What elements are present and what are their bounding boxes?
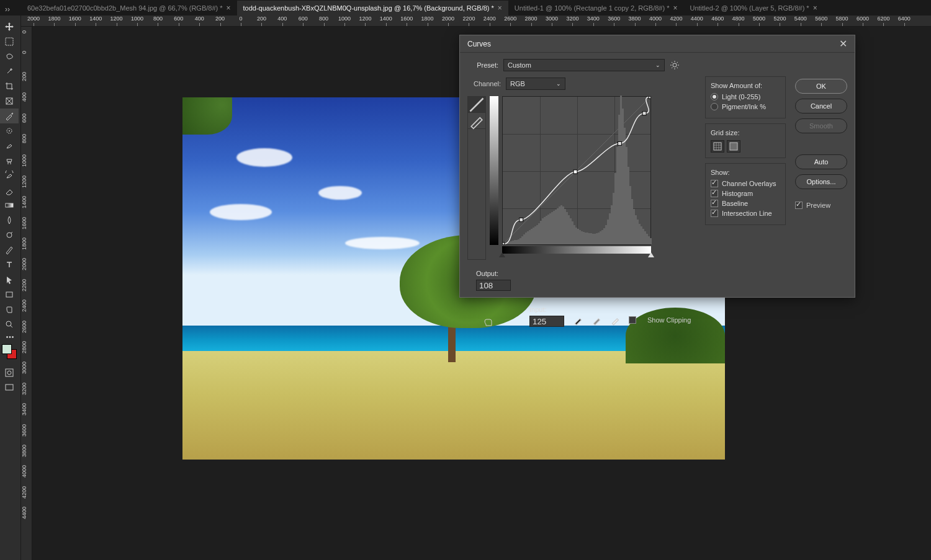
toolbox: ••• [0,16,21,560]
svg-rect-0 [6,38,13,45]
curve-pencil-tool[interactable] [468,113,485,129]
white-eyedropper-icon[interactable] [610,314,621,326]
pigment-radio[interactable] [711,103,718,110]
rect-marquee-tool[interactable] [0,34,19,49]
output-field[interactable] [476,280,511,291]
path-select-tool[interactable] [0,272,19,287]
document-tab[interactable]: 60e32befa01e02700c0bbd2b_Mesh 94.jpg @ 6… [21,1,237,16]
light-radio[interactable] [711,93,718,100]
show-clipping-checkbox[interactable] [629,316,636,324]
input-gradient [502,246,651,254]
ok-button[interactable]: OK [795,79,847,94]
input-label: Input: [529,306,547,313]
gray-eyedropper-icon[interactable] [591,314,603,326]
brush-tool[interactable] [0,138,19,153]
edit-toolbar-icon[interactable]: ••• [2,334,19,340]
input-field[interactable] [529,316,564,327]
show-label: Show: [711,169,780,176]
gear-icon[interactable] [670,60,680,70]
blur-tool[interactable] [0,213,19,228]
channel-dropdown[interactable]: RGB⌄ [506,78,565,90]
dialog-titlebar[interactable]: Curves ✕ [460,35,855,53]
svg-rect-13 [503,242,505,244]
show-option-checkbox[interactable] [711,200,718,207]
svg-rect-18 [649,97,650,99]
rectangle-tool[interactable] [0,287,19,302]
black-eyedropper-icon[interactable] [573,314,584,326]
svg-point-5 [7,233,12,238]
gradient-tool[interactable] [0,198,19,213]
close-icon[interactable]: × [227,4,231,12]
svg-rect-19 [714,143,721,150]
document-tab[interactable]: todd-quackenbush-XBxQZLNBM0Q-unsplash.jp… [237,1,508,16]
dialog-title: Curves [467,40,491,48]
auto-button[interactable]: Auto [795,154,847,169]
type-tool[interactable] [0,257,19,272]
preset-label: Preset: [467,61,498,69]
close-icon[interactable]: × [813,4,817,12]
document-tab[interactable]: Untitled-1 @ 100% (Rectangle 1 copy 2, R… [508,1,684,16]
output-label: Output: [476,270,498,277]
smooth-button[interactable]: Smooth [795,118,847,133]
svg-point-7 [6,321,11,326]
horizontal-ruler: 2000180016001400120010008006004002000200… [21,16,931,27]
scrubby-slider-icon[interactable] [482,317,495,329]
dodge-tool[interactable] [0,228,19,242]
svg-rect-15 [573,170,577,174]
white-point-slider[interactable] [648,252,654,257]
svg-rect-16 [618,141,621,145]
output-gradient [490,96,498,245]
eraser-tool[interactable] [0,183,19,198]
document-tab[interactable]: Untitled-2 @ 100% (Layer 5, RGB/8#) *× [684,1,824,16]
black-point-slider[interactable] [499,252,505,257]
grid-size-label: Grid size: [711,129,780,136]
options-button[interactable]: Options... [795,174,847,189]
svg-point-9 [7,371,11,375]
preview-checkbox[interactable] [795,202,803,209]
color-swatches[interactable] [2,344,19,362]
crop-tool[interactable] [0,79,19,94]
cancel-button[interactable]: Cancel [795,99,847,113]
pen-tool[interactable] [0,242,19,257]
show-clipping-label: Show Clipping [647,316,691,324]
svg-rect-17 [642,112,646,115]
show-option-checkbox[interactable] [711,190,718,197]
expand-panels-icon[interactable]: ›› [5,5,10,14]
curve-point-tool[interactable] [468,97,485,113]
magic-wand-tool[interactable] [0,64,19,79]
quick-mask-icon[interactable] [0,365,19,380]
preset-dropdown[interactable]: Custom⌄ [503,59,665,71]
move-tool[interactable] [0,19,19,34]
close-icon[interactable]: × [498,4,502,12]
show-amount-label: Show Amount of: [711,82,780,89]
document-tabs: 60e32befa01e02700c0bbd2b_Mesh 94.jpg @ 6… [21,0,931,16]
svg-rect-8 [6,369,13,376]
grid-4x4-button[interactable] [711,140,724,153]
svg-point-11 [673,63,677,67]
hand-tool[interactable] [0,302,19,317]
vertical-ruler: 0020040060080010001200140016001800200022… [21,27,32,560]
close-icon[interactable]: × [673,4,677,12]
svg-rect-6 [6,292,12,297]
show-option-checkbox[interactable] [711,210,718,217]
foreground-color[interactable] [2,344,12,354]
clone-tool[interactable] [0,153,19,168]
curves-dialog: Curves ✕ Preset: Custom⌄ Channel: RGB⌄ [459,35,855,298]
svg-rect-14 [519,218,523,221]
input-sliders[interactable] [502,254,651,260]
show-option-checkbox[interactable] [711,180,718,187]
lasso-tool[interactable] [0,49,19,64]
grid-10x10-button[interactable] [727,140,740,153]
zoom-tool[interactable] [0,317,19,332]
svg-rect-10 [6,384,13,390]
eyedropper-tool[interactable] [0,109,19,123]
history-brush-tool[interactable] [0,168,19,183]
curve-grid[interactable] [502,96,651,245]
screen-mode-icon[interactable] [0,380,19,395]
frame-tool[interactable] [0,94,19,109]
spot-heal-tool[interactable] [0,123,19,138]
svg-point-3 [9,130,10,131]
svg-rect-4 [6,203,13,207]
channel-label: Channel: [474,80,501,87]
close-icon[interactable]: ✕ [839,38,847,50]
